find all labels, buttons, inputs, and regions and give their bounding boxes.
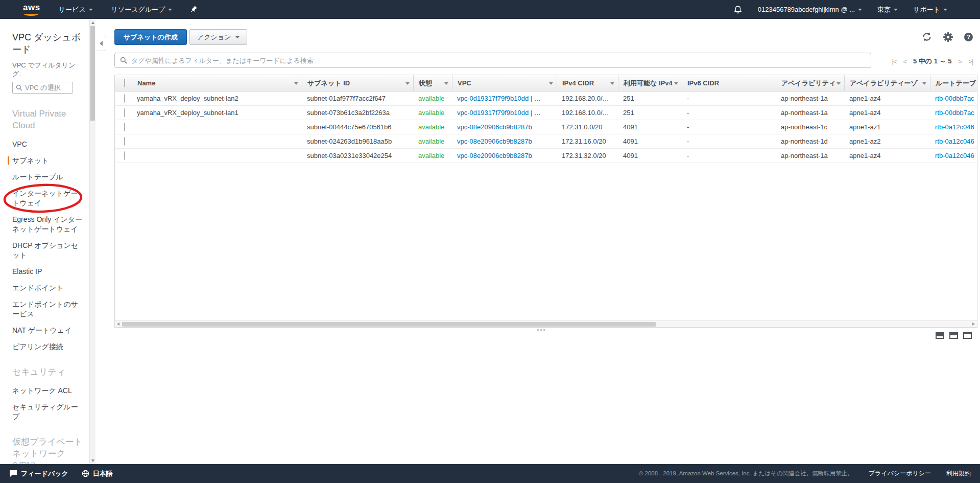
table-row[interactable]: yamaha_vRX_deploy_subnet-lan1 subnet-073… [115, 106, 977, 120]
column-header-subnet-id[interactable]: サブネット ID [302, 75, 413, 91]
feedback-bubble-icon [9, 470, 17, 477]
vpc-filter-select[interactable]: VPC の選択 [12, 82, 73, 94]
account-menu[interactable]: 0123456789abcdefghijklmn @ ... [758, 6, 862, 13]
subnets-table: Name サブネット ID 状態 VPC IPv4 CIDR 利用可能な IPv… [114, 75, 977, 328]
cell-vpc-link[interactable]: vpc-08e20906cb9b8287b [452, 149, 557, 163]
help-icon[interactable]: ? [964, 33, 973, 41]
notifications-button[interactable] [733, 5, 743, 14]
actions-button[interactable]: アクション [189, 29, 247, 45]
privacy-policy-link[interactable]: プライバシーポリシー [869, 469, 931, 478]
cell-vpc-link[interactable]: vpc-08e20906cb9b8287b [452, 134, 557, 148]
nav-resource-groups-menu[interactable]: リソースグループ [111, 5, 173, 14]
filter-search-box[interactable] [114, 53, 871, 68]
sidebar-item-security-groups[interactable]: セキュリティグループ [12, 402, 85, 422]
column-header-vpc[interactable]: VPC [452, 75, 557, 91]
pagination-last-button[interactable]: >| [968, 58, 973, 65]
pagination-next-button[interactable]: > [958, 58, 962, 65]
column-header-availability-zone[interactable]: アベイラビリティ [776, 75, 844, 91]
column-header-route-table[interactable]: ルートテーブ [930, 75, 977, 91]
cell-ipv4-cidr: 192.168.20.0/… [557, 91, 618, 105]
filter-search-input[interactable] [131, 57, 866, 64]
select-all-checkbox[interactable] [124, 79, 125, 87]
column-header-available-ipv4[interactable]: 利用可能な IPv4 [618, 75, 682, 91]
language-selector[interactable]: 日本語 [82, 469, 113, 478]
scroll-right-arrow-icon[interactable] [972, 323, 975, 326]
row-checkbox[interactable] [124, 137, 125, 146]
pane-layout-large-icon[interactable] [963, 332, 972, 339]
region-menu[interactable]: 東京 [877, 5, 898, 14]
footer: フィードバック 日本語 © 2008 - 2019, Amazon Web Se… [0, 464, 980, 483]
horizontal-scrollbar-thumb[interactable] [122, 322, 656, 327]
cell-subnet-id: subnet-073b61c3a2bf2263a [302, 106, 413, 120]
nav-services-menu[interactable]: サービス [59, 5, 93, 14]
detail-pane-resize-handle[interactable] [537, 329, 545, 331]
sidebar-item-vpc[interactable]: VPC [12, 140, 85, 149]
top-navigation: aws サービス リソースグループ 0123456789abcdefghijkl… [0, 0, 980, 19]
cell-route-table-link[interactable]: rtb-00dbb7ac [930, 106, 977, 120]
cell-vpc-link[interactable]: vpc-0d19317f79f9b10dd | … [452, 106, 557, 120]
column-header-ipv4-cidr[interactable]: IPv4 CIDR [557, 75, 618, 91]
sidebar-title[interactable]: VPC ダッシュボード [12, 31, 85, 56]
sidebar-section-security: セキュリティ [12, 366, 85, 378]
row-checkbox[interactable] [124, 94, 125, 103]
pane-layout-medium-icon[interactable] [949, 332, 958, 339]
horizontal-scrollbar[interactable] [115, 320, 977, 327]
column-header-ipv6-cidr[interactable]: IPv6 CIDR [682, 75, 776, 91]
cell-available-ipv4: 4091 [618, 149, 682, 163]
sidebar-item-internet-gateways[interactable]: インターネットゲートウェイ [12, 189, 85, 208]
sidebar-section-vpc: Virtual Private Cloud [12, 108, 85, 131]
cell-route-table-link[interactable]: rtb-00dbb7ac [930, 91, 977, 105]
feedback-button[interactable]: フィードバック [9, 469, 68, 478]
sidebar-item-route-tables[interactable]: ルートテーブル [12, 172, 85, 182]
cell-route-table-link[interactable]: rtb-0a12c046 [930, 134, 977, 148]
pagination-first-button[interactable]: |< [892, 58, 896, 65]
cell-vpc-link[interactable]: vpc-0d19317f79f9b10dd | … [452, 91, 557, 105]
sidebar-item-endpoint-services[interactable]: エンドポイントのサービス [12, 300, 85, 319]
terms-of-use-link[interactable]: 利用規約 [946, 469, 971, 478]
sidebar-item-egress-only-igw[interactable]: Egress Only インターネットゲートウェイ [12, 215, 85, 234]
scroll-down-arrow-icon[interactable] [90, 457, 96, 464]
sidebar-scrollbar[interactable] [89, 19, 95, 464]
aws-logo[interactable]: aws [23, 3, 40, 16]
column-header-availability-zone-id[interactable]: アベイラビリティーゾ [844, 75, 930, 91]
sidebar-scrollbar-thumb[interactable] [90, 26, 95, 121]
refresh-icon[interactable] [922, 32, 932, 42]
sidebar-collapse-toggle[interactable] [96, 36, 106, 51]
copyright-text: © 2008 - 2019, Amazon Web Services, Inc.… [639, 470, 853, 477]
row-checkbox[interactable] [124, 108, 125, 117]
sidebar-item-elastic-ip[interactable]: Elastic IP [12, 267, 85, 277]
sidebar-item-network-acl[interactable]: ネットワーク ACL [12, 386, 85, 396]
create-subnet-button[interactable]: サブネットの作成 [114, 29, 187, 45]
column-header-state[interactable]: 状態 [413, 75, 452, 91]
table-row[interactable]: yamaha_vRX_deploy_subnet-lan2 subnet-01a… [115, 91, 977, 106]
language-label: 日本語 [93, 469, 113, 478]
table-row[interactable]: subnet-024263d1b9618aa5b available vpc-0… [115, 134, 977, 149]
cell-vpc-link[interactable]: vpc-08e20906cb9b8287b [452, 120, 557, 134]
search-icon [16, 84, 22, 91]
table-row[interactable]: subnet-00444c75e670561b6 available vpc-0… [115, 120, 977, 134]
sidebar-item-nat-gateways[interactable]: NAT ゲートウェイ [12, 326, 85, 335]
cell-route-table-link[interactable]: rtb-0a12c046 [930, 120, 977, 134]
row-checkbox[interactable] [124, 123, 125, 131]
sidebar-item-endpoints[interactable]: エンドポイント [12, 283, 85, 293]
column-header-name[interactable]: Name [132, 75, 302, 91]
row-checkbox[interactable] [124, 151, 125, 160]
pagination-prev-button[interactable]: < [903, 58, 906, 65]
pin-shortcut-button[interactable] [190, 6, 198, 14]
cell-availability-zone: ap-northeast-1d [776, 134, 844, 148]
nav-services-label: サービス [59, 5, 86, 14]
cell-route-table-link[interactable]: rtb-0a12c046 [930, 149, 977, 163]
cell-availability-zone: ap-northeast-1a [776, 91, 844, 105]
support-menu[interactable]: サポート [913, 5, 947, 14]
table-row[interactable]: subnet-03a0231e33042e254 available vpc-0… [115, 149, 977, 163]
sidebar-item-subnets[interactable]: サブネット [12, 156, 85, 166]
caret-down-icon [858, 9, 862, 11]
sidebar-item-peering-connections[interactable]: ピアリング接続 [12, 342, 85, 352]
settings-icon[interactable] [943, 32, 953, 42]
cell-ipv6-cidr: - [682, 120, 776, 134]
scroll-left-arrow-icon[interactable] [117, 323, 119, 326]
sidebar-item-dhcp-options[interactable]: DHCP オプションセット [12, 241, 85, 260]
pane-layout-small-icon[interactable] [936, 332, 944, 339]
cell-state: available [413, 134, 452, 148]
scroll-up-arrow-icon[interactable] [90, 19, 96, 26]
